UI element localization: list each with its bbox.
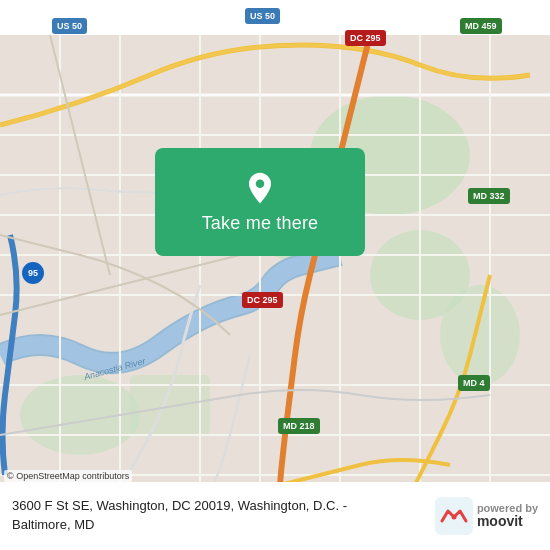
road-badge-dc295-top: DC 295	[345, 30, 386, 46]
moovit-text: powered by moovit	[477, 502, 538, 529]
bottom-bar: 3600 F St SE, Washington, DC 20019, Wash…	[0, 482, 550, 550]
location-pin-icon	[243, 171, 277, 205]
take-me-there-button[interactable]: Take me there	[155, 148, 365, 256]
svg-point-24	[256, 179, 265, 188]
svg-point-26	[451, 515, 456, 520]
address-text: 3600 F St SE, Washington, DC 20019, Wash…	[12, 497, 402, 535]
road-badge-md332: MD 332	[468, 188, 510, 204]
moovit-logo: powered by moovit	[435, 497, 538, 535]
svg-point-6	[440, 285, 520, 385]
road-badge-us50-left: US 50	[52, 18, 87, 34]
road-badge-md459: MD 459	[460, 18, 502, 34]
road-badge-dc295-mid: DC 295	[242, 292, 283, 308]
road-badge-i95: 95	[22, 262, 44, 284]
button-label: Take me there	[202, 213, 319, 234]
moovit-icon	[435, 497, 473, 535]
osm-attribution: © OpenStreetMap contributors	[4, 470, 132, 482]
road-badge-md4: MD 4	[458, 375, 490, 391]
road-badge-md218: MD 218	[278, 418, 320, 434]
map-container: Anacostia River US 50 US 50 DC 295 DC 29…	[0, 0, 550, 550]
road-badge-us50-top: US 50	[245, 8, 280, 24]
